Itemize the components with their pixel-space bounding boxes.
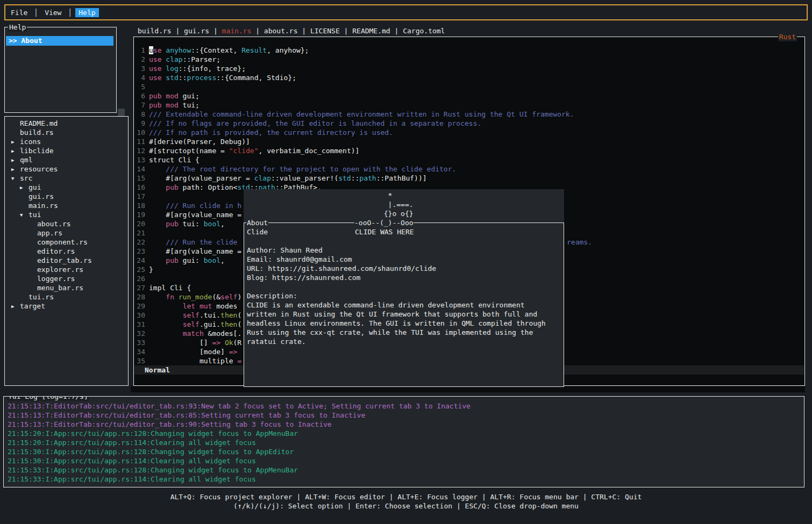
chevron-right-icon[interactable]: ▶ xyxy=(11,156,20,165)
code-token xyxy=(149,311,183,319)
code-token: se xyxy=(153,46,162,54)
line-number: 5 xyxy=(134,82,145,91)
explorer-item-tui[interactable]: ▼tui xyxy=(5,210,128,219)
tab-LICENSE[interactable]: LICENSE xyxy=(310,26,340,35)
code-token: tui; xyxy=(179,101,200,109)
code-token xyxy=(195,302,200,310)
explorer-item-menu_bar.rs[interactable]: menu_bar.rs xyxy=(5,283,128,292)
code-token: std xyxy=(338,174,351,182)
code-token: use xyxy=(149,55,161,63)
code-token xyxy=(149,293,166,301)
tab-gui.rs[interactable]: gui.rs xyxy=(184,26,209,35)
log-entry: 21:15:13:T:EditorTab:src/tui/editor_tab.… xyxy=(8,401,804,411)
chevron-right-icon[interactable]: ▶ xyxy=(20,183,29,192)
code-line[interactable]: 13struct Cli { xyxy=(134,155,804,164)
explorer-item-libclide[interactable]: ▶libclide xyxy=(5,146,128,155)
code-token: mod xyxy=(166,92,178,100)
code-line[interactable]: 8/// Extendable command-line driven deve… xyxy=(134,110,804,119)
code-line[interactable]: 15 #[arg(value_parser = clap::value_pars… xyxy=(134,174,804,183)
explorer-item-resources[interactable]: ▶resources xyxy=(5,164,128,174)
tab-about.rs[interactable]: about.rs xyxy=(264,26,298,35)
chevron-down-icon[interactable]: ▼ xyxy=(11,174,20,183)
explorer-item-about.rs[interactable]: about.rs xyxy=(5,219,128,228)
code-token: match xyxy=(183,329,204,338)
dropdown-item-about[interactable]: >> About xyxy=(6,36,113,46)
code-token: ) xyxy=(237,293,241,301)
code-line[interactable]: 5 xyxy=(134,82,804,91)
explorer-item-app.rs[interactable]: app.rs xyxy=(5,228,128,238)
explorer-item-logger.rs[interactable]: logger.rs xyxy=(5,274,128,283)
explorer-item-label: target xyxy=(20,302,45,310)
code-token: /// If no path is provided, the current … xyxy=(149,128,393,137)
chevron-right-icon[interactable]: ▶ xyxy=(11,147,20,156)
line-number: 8 xyxy=(134,110,145,119)
explorer-item-editor.rs[interactable]: editor.rs xyxy=(5,247,128,256)
tui-log-panel: Tui Log [log=1.7/s] 21:15:13:T:EditorTab… xyxy=(3,396,804,487)
about-text-line: CLIDE is an extendable command-line driv… xyxy=(247,300,562,310)
code-line[interactable]: 2use clap::Parser; xyxy=(134,55,804,64)
code-line[interactable]: 6pub mod gui; xyxy=(134,91,804,101)
line-number: 30 xyxy=(134,311,145,320)
code-line[interactable]: 9/// If no flags are provided, the GUI e… xyxy=(134,119,804,128)
menu-item-help[interactable]: Help xyxy=(75,8,98,17)
chevron-right-icon[interactable]: ▶ xyxy=(11,138,20,147)
tab-README.md[interactable]: README.md xyxy=(352,26,390,35)
explorer-item-target[interactable]: ▶target xyxy=(5,302,128,311)
about-text-line: Blog: https://shaunreed.com xyxy=(247,273,562,282)
tab-build.rs[interactable]: build.rs xyxy=(138,26,172,35)
code-line[interactable]: 10/// If no path is provided, the curren… xyxy=(134,128,804,137)
code-token: #[arg(value_name = xyxy=(149,247,241,255)
code-token: impl Cli { xyxy=(149,284,191,292)
explorer-item-icons[interactable]: ▶icons xyxy=(5,137,128,146)
explorer-item-qml[interactable]: ▶qml xyxy=(5,155,128,164)
code-token: anyhow xyxy=(166,46,191,54)
code-token: [] xyxy=(149,339,212,347)
language-badge: Rust xyxy=(778,32,797,41)
line-number: 29 xyxy=(134,302,145,311)
line-number: 28 xyxy=(134,292,145,302)
code-line[interactable]: 3use log::{info, trace}; xyxy=(134,64,804,73)
code-token: fn xyxy=(166,293,174,301)
code-token: pub xyxy=(166,183,178,191)
tab-separator: | xyxy=(340,26,352,35)
chevron-right-icon[interactable]: ▶ xyxy=(11,302,20,311)
line-number: 31 xyxy=(134,320,145,329)
line-number: 22 xyxy=(134,238,145,247)
explorer-item-component.rs[interactable]: component.rs xyxy=(5,238,128,247)
code-token: mut xyxy=(200,302,212,310)
log-entry: 21:15:13:T:EditorTab:src/tui/editor_tab.… xyxy=(8,420,804,429)
code-token: u xyxy=(149,46,153,54)
explorer-item-main.rs[interactable]: main.rs xyxy=(5,201,128,210)
explorer-item-label: libclide xyxy=(20,147,54,155)
about-popup-title: About xyxy=(246,218,268,227)
code-line[interactable]: 12#[structopt(name = "clide", verbatim_d… xyxy=(134,146,804,155)
explorer-item-editor_tab.rs[interactable]: editor_tab.rs xyxy=(5,256,128,265)
explorer-item-gui.rs[interactable]: gui.rs xyxy=(5,192,128,201)
code-token: #[derive(Parser, Debug)] xyxy=(149,138,250,146)
code-line[interactable]: 4use std::process::{Command, Stdio}; xyxy=(134,73,804,82)
explorer-item-explorer.rs[interactable]: explorer.rs xyxy=(5,265,128,274)
log-entry: 21:15:33:I:App:src/tui/app.rs:114:Cleari… xyxy=(8,475,804,484)
code-token: mod xyxy=(166,101,178,109)
explorer-item-README.md[interactable]: README.md xyxy=(5,119,128,128)
tab-main.rs[interactable]: main.rs xyxy=(222,26,252,35)
code-token: log xyxy=(166,64,178,73)
help-dropdown-panel: Help >> About xyxy=(4,27,117,113)
menu-item-view[interactable]: View xyxy=(41,8,65,17)
chevron-down-icon[interactable]: ▼ xyxy=(20,211,29,220)
code-token: , anyhow}; xyxy=(267,46,309,54)
chevron-right-icon[interactable]: ▶ xyxy=(11,165,20,174)
explorer-item-src[interactable]: ▼src xyxy=(5,174,128,183)
code-line[interactable]: 7pub mod tui; xyxy=(134,101,804,110)
editor-underhang xyxy=(131,386,805,392)
explorer-item-build.rs[interactable]: build.rs xyxy=(5,128,128,137)
code-line[interactable]: 1use anyhow::{Context, Result, anyhow}; xyxy=(134,46,804,55)
explorer-item-gui[interactable]: ▶gui xyxy=(5,183,128,192)
code-token: (& xyxy=(212,293,220,301)
code-token: .gui. xyxy=(200,320,220,328)
tab-Cargo.toml[interactable]: Cargo.toml xyxy=(403,26,445,35)
code-line[interactable]: 14 /// The root directory for the projec… xyxy=(134,164,804,174)
code-line[interactable]: 11#[derive(Parser, Debug)] xyxy=(134,137,804,146)
menu-item-file[interactable]: File xyxy=(8,8,31,17)
explorer-item-tui.rs[interactable]: tui.rs xyxy=(5,292,128,302)
